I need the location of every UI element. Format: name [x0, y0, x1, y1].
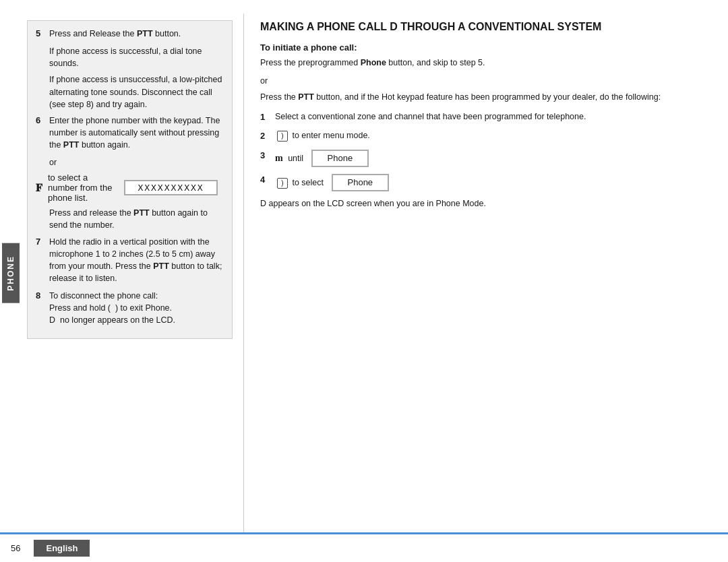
right-step-2-num: 2 — [260, 130, 275, 142]
right-step-2: 2 ) to enter menu mode. — [260, 130, 708, 142]
step-6-press: Press and release the PTT button again t… — [49, 207, 224, 231]
right-step-1-num: 1 — [260, 111, 275, 123]
right-step-2-text: ) to enter menu mode. — [275, 130, 708, 142]
paragraph2: Press the PTT button, and if the Hot key… — [260, 91, 708, 104]
bottom-bar: 56 English — [0, 533, 728, 562]
step-6-row: 6 Enter the phone number with the keypad… — [36, 115, 224, 151]
step-6-select-row: 𝐅 to select anumber from thephone list. … — [36, 173, 224, 203]
step-6-text: Enter the phone number with the keypad. … — [49, 115, 224, 151]
right-step-4-text: ) to select Phone — [275, 174, 708, 191]
step-8-num: 8 — [36, 290, 49, 326]
sidebar-label: PHONE — [2, 243, 20, 303]
step-6-select-text: to select anumber from thephone list. — [48, 173, 112, 203]
section-title: MAKING A PHONE CALL D THROUGH A CONVENTI… — [260, 20, 708, 34]
right-step-4-num: 4 — [260, 174, 275, 186]
step-5-sub1: If phone access is successful, a dial to… — [49, 45, 224, 69]
menu-icon-3: m — [275, 153, 283, 163]
right-step-3-num: 3 — [260, 150, 275, 162]
left-column-box: 5 Press and Release the PTT button. If p… — [27, 20, 233, 339]
phone-box-3: Phone — [311, 150, 369, 167]
right-column: MAKING A PHONE CALL D THROUGH A CONVENTI… — [244, 13, 728, 532]
right-step-3-text: m until Phone — [275, 150, 708, 167]
paragraph1: Press the preprogrammed Phone button, an… — [260, 57, 708, 69]
step4-arrow-icon: ) — [277, 178, 288, 189]
step-5-row: 5 Press and Release the PTT button. — [36, 28, 224, 40]
right-step-1: 1 Select a conventional zone and channel… — [260, 111, 708, 123]
step-5-num: 5 — [36, 28, 49, 40]
right-step-3: 3 m until Phone — [260, 150, 708, 167]
page-number: 56 — [11, 543, 20, 553]
step-5-text: Press and Release the PTT button. — [49, 28, 224, 40]
step-6-or: or — [49, 156, 224, 168]
right-step-1-text: Select a conventional zone and channel t… — [275, 111, 708, 123]
step-8-text: To disconnect the phone call: Press and … — [49, 290, 224, 326]
step-6-num: 6 — [36, 115, 49, 151]
step-7-num: 7 — [36, 236, 49, 285]
step2-arrow-icon: ) — [277, 131, 288, 142]
left-column: 5 Press and Release the PTT button. If p… — [22, 13, 244, 532]
page-container: PHONE 5 Press and Release the PTT button… — [0, 0, 728, 562]
phone-box-4: Phone — [332, 174, 390, 191]
menu-icon: 𝐅 — [36, 182, 42, 194]
bottom-note: D appears on the LCD screen when you are… — [260, 198, 708, 210]
sub-heading: To initiate a phone call: — [260, 42, 708, 53]
sidebar-tab: PHONE — [0, 13, 22, 532]
step-5-sub2: If phone access is unsuccessful, a low-p… — [49, 73, 224, 110]
step-8-row: 8 To disconnect the phone call: Press an… — [36, 290, 224, 326]
phone-display: XXXXXXXXXX — [124, 180, 217, 195]
right-steps: 1 Select a conventional zone and channel… — [260, 111, 708, 191]
main-content: PHONE 5 Press and Release the PTT button… — [0, 0, 728, 532]
step-7-row: 7 Hold the radio in a vertical position … — [36, 236, 224, 285]
english-label: English — [34, 540, 90, 557]
step-7-text: Hold the radio in a vertical position wi… — [49, 236, 224, 285]
or-text: or — [260, 76, 708, 86]
right-step-4: 4 ) to select Phone — [260, 174, 708, 191]
